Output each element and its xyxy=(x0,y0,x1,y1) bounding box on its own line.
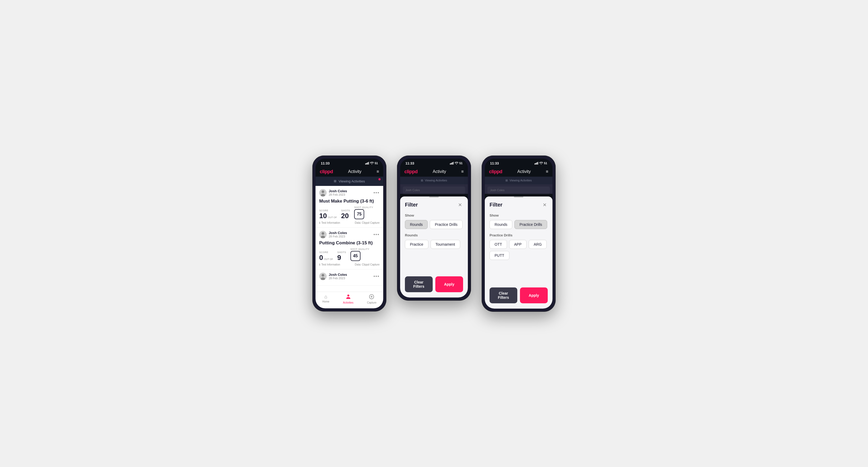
svg-rect-0 xyxy=(365,163,366,164)
signal-icon-3 xyxy=(534,162,538,164)
filter-header-2: Filter ✕ xyxy=(400,197,468,211)
svg-rect-18 xyxy=(452,162,453,164)
svg-rect-3 xyxy=(368,162,369,164)
activity-title-2: Putting Combine (3-15 ft) xyxy=(319,240,379,246)
show-section-2: Show Rounds Practice Drills xyxy=(400,211,468,231)
avatar-svg-2 xyxy=(319,231,327,238)
viewing-bar-text-1: Viewing Activities xyxy=(339,179,365,183)
shots-label-1: Shots xyxy=(341,209,350,212)
score-label-2: Score xyxy=(319,251,333,254)
close-button-3[interactable]: ✕ xyxy=(541,202,548,208)
phone-2-screen: 11:33 51 clippd xyxy=(400,159,468,298)
menu-icon-3[interactable]: ≡ xyxy=(546,169,548,174)
nav-activities-1[interactable]: Activities xyxy=(343,294,353,304)
close-button-2[interactable]: ✕ xyxy=(457,202,463,208)
phone-3: 11:33 51 clippd xyxy=(482,155,556,312)
svg-rect-21 xyxy=(535,163,536,164)
filter-icon-1: ⊞ xyxy=(334,179,336,183)
shots-value-2: 9 xyxy=(337,254,341,261)
filter-spacer-2 xyxy=(400,251,468,267)
arg-btn-3[interactable]: ARG xyxy=(529,240,547,249)
apply-btn-3[interactable]: Apply xyxy=(520,287,548,303)
rounds-section-2: Rounds Practice Tournament xyxy=(400,231,468,251)
home-icon-1: ⌂ xyxy=(324,294,328,300)
card-header-2: Josh Coles 28 Feb 2023 ••• xyxy=(319,231,379,238)
status-bar-3: 11:33 51 xyxy=(485,159,553,167)
more-dots-2[interactable]: ••• xyxy=(373,232,379,237)
svg-rect-17 xyxy=(451,163,452,164)
practice-drills-btn-3[interactable]: Practice Drills xyxy=(515,220,547,229)
status-icons-3: 51 xyxy=(534,162,547,165)
putt-btn-3[interactable]: PUTT xyxy=(490,251,509,260)
filter-title-2: Filter xyxy=(405,202,418,208)
time-3: 11:33 xyxy=(490,161,499,165)
clear-filters-btn-2[interactable]: Clear Filters xyxy=(405,276,433,292)
user-name-3: Josh Coles xyxy=(329,273,347,277)
practice-drills-btn-2[interactable]: Practice Drills xyxy=(430,220,463,229)
svg-point-5 xyxy=(321,190,324,193)
score-stat-2: Score 0 OUT OF xyxy=(319,251,333,261)
nav-home-1[interactable]: ⌂ Home xyxy=(322,294,330,304)
ott-btn-3[interactable]: OTT xyxy=(490,240,507,249)
practice-drills-label-3: Practice Drills xyxy=(490,233,548,237)
avatar-svg-1 xyxy=(319,189,327,196)
svg-rect-20 xyxy=(534,163,535,164)
filter-spacer-3 xyxy=(485,262,553,278)
svg-point-11 xyxy=(321,274,324,277)
shot-quality-stat-2: Shot Quality 45 xyxy=(350,248,369,261)
nav-capture-1[interactable]: Capture xyxy=(367,294,377,304)
footer-data-1: Data: Clippd Capture xyxy=(355,221,379,224)
svg-rect-19 xyxy=(453,162,454,164)
activity-card-1: Josh Coles 28 Feb 2023 ••• Must Make Put… xyxy=(315,186,383,228)
score-stat-1: Score 10 OUT OF xyxy=(319,209,337,219)
faded-icon-3: ⊞ xyxy=(505,179,508,182)
activities-svg-icon xyxy=(346,294,351,299)
clippd-logo-2: clippd xyxy=(404,169,417,175)
user-details-1: Josh Coles 28 Feb 2023 xyxy=(329,189,347,196)
app-btn-3[interactable]: APP xyxy=(509,240,527,249)
svg-rect-1 xyxy=(366,163,367,164)
phones-container: 11:33 51 clippd xyxy=(312,155,556,312)
score-value-container-2: 0 OUT OF xyxy=(319,254,333,261)
menu-icon-1[interactable]: ≡ xyxy=(377,169,379,174)
filter-actions-3: Clear Filters Apply xyxy=(485,283,553,303)
avatar-svg-3 xyxy=(319,273,327,280)
practice-drills-section-3: Practice Drills OTT APP ARG PUTT xyxy=(485,231,553,262)
phone-3-screen: 11:33 51 clippd xyxy=(485,159,553,309)
footer-info-text-1: Test Information xyxy=(321,221,340,224)
svg-rect-23 xyxy=(538,162,538,164)
nav-capture-label-1: Capture xyxy=(367,301,377,304)
more-dots-1[interactable]: ••• xyxy=(373,190,379,195)
more-dots-3[interactable]: ••• xyxy=(373,274,379,279)
show-label-2: Show xyxy=(405,213,463,217)
signal-icon xyxy=(365,162,369,164)
card-header-3: Josh Coles 28 Feb 2023 ••• xyxy=(319,273,379,280)
app-title-1: Activity xyxy=(348,169,362,174)
avatar-1 xyxy=(319,189,327,196)
menu-icon-2[interactable]: ≡ xyxy=(461,169,464,174)
faded-user-3: Josh Coles xyxy=(490,189,547,192)
faded-card-2: Josh Coles xyxy=(403,186,465,194)
user-date-2: 28 Feb 2023 xyxy=(329,235,347,238)
filter-header-3: Filter ✕ xyxy=(485,197,553,211)
viewing-bar-1[interactable]: ⊞ Viewing Activities xyxy=(315,177,383,186)
clear-filters-btn-3[interactable]: Clear Filters xyxy=(490,287,517,303)
apply-btn-2[interactable]: Apply xyxy=(435,276,463,292)
card-header-1: Josh Coles 28 Feb 2023 ••• xyxy=(319,189,379,196)
shots-label-2: Shots xyxy=(337,251,346,254)
shots-value-1: 20 xyxy=(341,212,349,220)
rounds-label-2: Rounds xyxy=(405,233,463,237)
phone-2: 11:33 51 clippd xyxy=(397,155,471,301)
faded-text-2: Viewing Activities xyxy=(425,179,447,182)
phone-1-screen: 11:33 51 clippd xyxy=(315,159,383,308)
activity-title-1: Must Make Putting (3-6 ft) xyxy=(319,198,379,204)
shot-quality-value-2: 45 xyxy=(353,254,358,258)
rounds-btn-2[interactable]: Rounds xyxy=(405,220,428,229)
shot-quality-label-1: Shot Quality xyxy=(354,206,373,209)
practice-round-btn-2[interactable]: Practice xyxy=(405,240,429,249)
rounds-btn-3[interactable]: Rounds xyxy=(490,220,512,229)
shot-quality-label-2: Shot Quality xyxy=(350,248,369,250)
capture-svg-icon xyxy=(369,294,374,299)
tournament-btn-2[interactable]: Tournament xyxy=(431,240,460,249)
shots-stat-2: Shots 9 xyxy=(337,251,346,261)
